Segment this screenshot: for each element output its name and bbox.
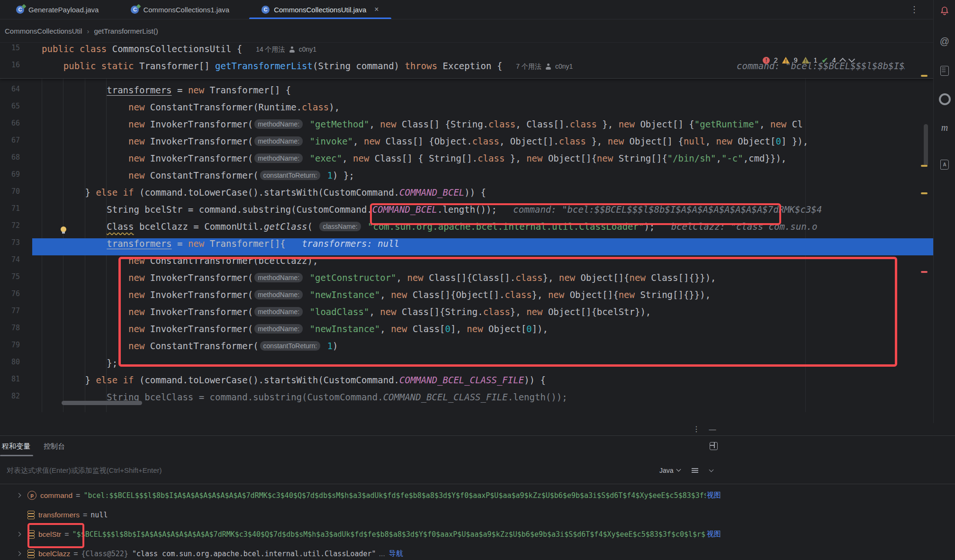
- language-selector[interactable]: Java: [659, 457, 680, 484]
- code-segment: Object[] {: [635, 119, 694, 129]
- variable-row-bcelClazz[interactable]: bcelClazz={Class@522}"class com.sun.org.…: [14, 544, 721, 560]
- expand-chevron-icon[interactable]: [14, 552, 23, 555]
- code-segment: ),: [329, 102, 340, 112]
- value-link[interactable]: 视图: [707, 491, 721, 500]
- tab-commonscollectionsutil[interactable]: C CommonsCollectionsUtil.java ×: [245, 0, 395, 19]
- tab-threads-variables[interactable]: 程和变量: [2, 435, 30, 457]
- code-segment: null: [684, 136, 705, 146]
- code-line-66: new InvokerTransformer(methodName: "getM…: [42, 119, 803, 136]
- variable-row-command[interactable]: pcommand="bcel:$$BCEL$$$l$8b$I$A$A$A$A$A…: [14, 486, 721, 505]
- donut-icon: [939, 93, 951, 105]
- code-segment: bcelClazz = CommonUtil.: [134, 221, 264, 232]
- code-segment: COMMAND_BCEL: [399, 187, 464, 198]
- code-segment: ,: [369, 119, 380, 129]
- parameter-icon: p: [27, 491, 36, 500]
- value-link[interactable]: 导航: [389, 549, 403, 558]
- line-number: 66: [0, 119, 20, 136]
- variable-row-transformers[interactable]: transformers=null: [14, 505, 721, 524]
- line-number: 64: [0, 85, 20, 102]
- line-number: 67: [0, 136, 20, 153]
- code-segment: new: [380, 119, 396, 129]
- tab-label: CommonsCollections1.java: [143, 6, 229, 14]
- code-segment: , Object[].: [499, 136, 559, 146]
- minimize-icon[interactable]: —: [707, 423, 718, 434]
- code-segment: 0: [775, 136, 781, 146]
- variable-row-bcelStr[interactable]: bcelStr="$$BCEL$$$l$8b$I$A$A$A$A$A$A$A$A…: [14, 524, 721, 544]
- code-segment: new: [526, 153, 542, 163]
- breadcrumb-separator: ›: [87, 27, 89, 35]
- layout-settings-icon[interactable]: [710, 442, 718, 450]
- code-segment: static: [101, 61, 134, 71]
- ai-assistant-icon[interactable]: @: [934, 34, 955, 48]
- code-line-73: transformers = new Transformer[]{ transf…: [42, 238, 399, 255]
- code-segment: ,cmd}}),: [743, 153, 787, 163]
- kebab-menu-icon[interactable]: ⋮: [908, 3, 921, 16]
- line-number: 74: [0, 255, 20, 272]
- expand-chevron-icon[interactable]: [14, 494, 23, 497]
- code-segment: [42, 255, 128, 266]
- variable-value: "class com.sun.org.apache.bcel.internal.…: [132, 550, 376, 558]
- close-icon[interactable]: ×: [374, 6, 378, 13]
- ok-count[interactable]: 4: [832, 56, 836, 64]
- code-segment: (: [307, 221, 318, 232]
- code-segment: [304, 119, 309, 129]
- line-number: 69: [0, 170, 20, 187]
- warning-count[interactable]: 9: [794, 56, 798, 64]
- code-segment: InvokerTransformer(: [144, 119, 253, 129]
- code-segment: class: [570, 119, 597, 129]
- horizontal-scrollbar-thumb[interactable]: [62, 401, 142, 405]
- inspections-widget[interactable]: 2 9 1 4: [763, 54, 854, 66]
- inline-param-hint: className:: [319, 222, 360, 231]
- code-segment: class: [559, 136, 586, 146]
- value-link[interactable]: 视图: [707, 530, 721, 539]
- code-line-15: public class CommonsCollectionsUtil { 14…: [42, 44, 316, 61]
- tab-commonscollections1[interactable]: C CommonsCollections1.java: [115, 0, 245, 19]
- code-segment: [117, 187, 123, 198]
- tab-console[interactable]: 控制台: [44, 435, 65, 457]
- tab-generatepayload[interactable]: C GeneratePayload.java: [0, 0, 115, 19]
- code-segment: transformers: [107, 238, 171, 249]
- code-line-69: new ConstantTransformer(constantToReturn…: [42, 170, 354, 187]
- expand-chevron-icon[interactable]: [14, 533, 23, 536]
- vertical-scrollbar-thumb[interactable]: [924, 124, 928, 166]
- warning-icon: [782, 57, 790, 63]
- code-segment: InvokerTransformer(: [144, 136, 253, 146]
- weak-warning-count[interactable]: 1: [814, 56, 818, 64]
- filter-icon[interactable]: [692, 468, 698, 473]
- dictionary-panel-icon[interactable]: A: [934, 157, 955, 172]
- author-icon: [289, 46, 295, 53]
- warning-stripe-mark[interactable]: [921, 192, 928, 194]
- document-icon: [940, 66, 949, 76]
- breadcrumb-method[interactable]: getTransformerList(): [94, 27, 158, 35]
- code-segment: 1: [327, 170, 333, 181]
- notifications-bell-icon[interactable]: [934, 4, 955, 18]
- variable-value: "bcel:$$BCEL$$$l$8b$I$A$A$A$A$A$A$A$A$7d…: [83, 491, 706, 500]
- code-segment: [42, 238, 107, 249]
- code-segment: getClass: [264, 221, 307, 232]
- kebab-menu-icon[interactable]: ⋮: [691, 423, 702, 434]
- intention-bulb-icon[interactable]: [61, 226, 66, 232]
- chevron-down-icon[interactable]: [848, 56, 855, 63]
- chevron-down-icon[interactable]: [709, 468, 714, 472]
- error-count[interactable]: 2: [774, 56, 778, 64]
- warning-stripe-mark[interactable]: [921, 75, 928, 77]
- maven-panel-icon[interactable]: m: [934, 120, 955, 135]
- chevron-up-icon[interactable]: [839, 58, 846, 64]
- chevron-down-icon: [676, 467, 681, 472]
- structure-panel-icon[interactable]: [934, 63, 955, 78]
- code-line-16: public static Transformer[] getTransform…: [42, 61, 573, 78]
- gradle-panel-icon[interactable]: [934, 92, 955, 106]
- warning-stripe-mark[interactable]: [921, 165, 928, 167]
- code-segment: new: [353, 153, 369, 163]
- code-line-81: } else if (command.toLowerCase().startsW…: [42, 375, 546, 392]
- error-stripe-mark[interactable]: [921, 271, 928, 273]
- code-segment: ConstantTransformer(Runtime.: [144, 102, 302, 112]
- code-segment: getTransformerList: [215, 61, 313, 71]
- evaluate-expression-input[interactable]: 对表达式求值(Enter)或添加监视(Ctrl+Shift+Enter): [7, 457, 162, 484]
- annotation-box-line71: [370, 203, 781, 225]
- breadcrumb-class[interactable]: CommonsCollectionsUtil: [5, 27, 82, 35]
- code-segment: Object[] {: [624, 136, 684, 146]
- code-segment: ConstantTransformer(: [144, 170, 258, 181]
- code-annotation: c0ny1: [299, 45, 316, 53]
- inline-param-hint: methodName:: [254, 136, 303, 146]
